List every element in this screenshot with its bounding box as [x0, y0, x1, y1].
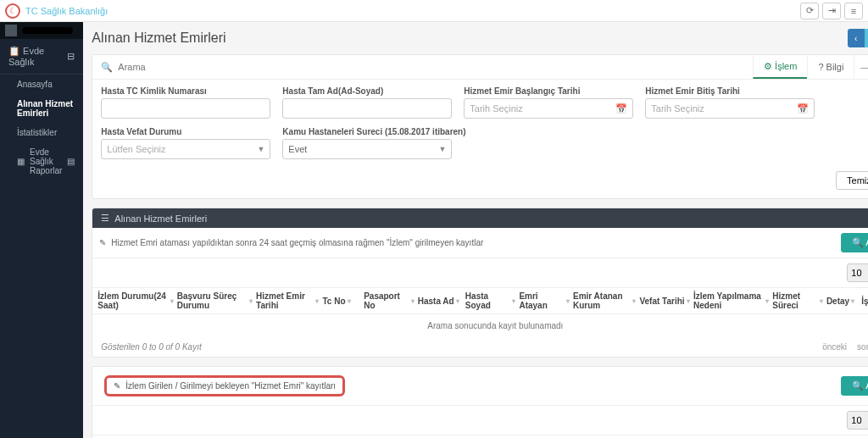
sidebar-header-label: Evde Sağlık [8, 46, 44, 67]
grid2-ara-button[interactable]: 🔍 Ara [841, 376, 868, 396]
grid1-next[interactable]: sonraki [852, 341, 868, 353]
chevron-down-icon: ▼ [257, 145, 264, 153]
sidebar-collapse-icon[interactable]: ⊟ [67, 51, 75, 62]
topbar: ☾ TC Sağlık Bakanlığı ⟳ ⇥ ≡ [0, 0, 868, 22]
grid1-pagesize[interactable]: 10 [847, 263, 868, 282]
grid2-thead: İzlem Girilmesi İçin Kalan Süre▾ Başvuru… [92, 435, 868, 438]
grid2-pagesize[interactable]: 10 [847, 411, 868, 430]
sidebar-item-raporlar-label: Evde Sağlık Raporlar [30, 147, 62, 175]
input-ad[interactable] [282, 98, 452, 119]
badge-icon: ▤ [67, 157, 75, 166]
calendar-icon: 📅 [615, 103, 627, 114]
input-bitis[interactable]: Tarih Seçiniz 📅 [645, 98, 815, 119]
filter-panel: 🔍 ⚙ İşlem ? Bilgi — ⤢ Hasta TC Kimlik Nu… [92, 54, 868, 199]
sidebar-item-anasayfa[interactable]: Anasayfa [0, 75, 83, 94]
search-icon: 🔍 [101, 62, 113, 73]
grid2-note-highlight: ✎ İzlem Girilen / Girilmeyi bekleyen "Hi… [104, 375, 345, 396]
grid1-thead: İzlem Durumu(24 Saat)▾ Başvuru Süreç Dur… [92, 287, 868, 314]
logo-area: ☾ TC Sağlık Bakanlığı [5, 3, 108, 19]
page-title: Alınan Hizmet Emirleri [92, 30, 225, 46]
baslangic-placeholder: Tarih Seçiniz [470, 103, 522, 114]
grid1-note: Hizmet Emri ataması yapıldıktan sonra 24… [111, 238, 483, 247]
vefat-value: Lütfen Seçiniz [107, 144, 165, 154]
select-kamu[interactable]: Evet ▼ [282, 139, 452, 159]
grid1-footer: Gösterilen 0 to 0 of 0 Kayıt [101, 342, 201, 352]
logo-icon: ☾ [5, 3, 20, 19]
grid2-panel: ✎ İzlem Girilen / Girilmeyi bekleyen "Hi… [92, 366, 868, 438]
label-ad: Hasta Tam Ad(Ad-Soyad) [282, 86, 452, 96]
caret-left-icon: ‹ [848, 29, 865, 47]
user-box [0, 22, 83, 39]
label-kamu: Kamu Hastaneleri Sureci (15.08.2017 itib… [282, 127, 465, 136]
edit-icon: ✎ [114, 381, 120, 391]
menu-button[interactable]: ≡ [844, 3, 863, 19]
sidebar-item-alinan-hizmet-emirleri[interactable]: Alınan Hizmet Emirleri [0, 94, 83, 123]
sidebar: 📋 Evde Sağlık ⊟ Anasayfa Alınan Hizmet E… [0, 22, 83, 438]
main: Alınan Hizmet Emirleri ‹ Geri 🔍 ⚙ İşlem … [83, 22, 868, 438]
chevron-down-icon: ▼ [438, 145, 446, 153]
logout-button[interactable]: ⇥ [822, 3, 841, 19]
grid1-ara-button[interactable]: 🔍 Ara [841, 233, 868, 252]
edit-icon: ✎ [99, 238, 106, 247]
search-input[interactable] [118, 62, 744, 72]
app-name: TC Sağlık Bakanlığı [25, 6, 108, 16]
tab-bilgi[interactable]: ? Bilgi [807, 57, 854, 77]
select-vefat[interactable]: Lütfen Seçiniz ▼ [101, 139, 270, 159]
input-tc[interactable] [101, 98, 270, 119]
calendar-icon: 📅 [797, 103, 809, 114]
input-baslangic[interactable]: Tarih Seçiniz 📅 [464, 98, 633, 119]
list-icon: ☰ [101, 213, 109, 224]
grid1-prev[interactable]: önceki [817, 341, 852, 353]
sidebar-item-istatistikler[interactable]: İstatistikler [0, 123, 83, 142]
bitis-placeholder: Tarih Seçiniz [651, 103, 704, 114]
grid2-note: İzlem Girilen / Girilmeyi bekleyen "Hizm… [125, 381, 336, 391]
back-button[interactable]: ‹ Geri [848, 29, 868, 47]
grid1-panel: ☰ Alınan Hizmet Emirleri ✎Hizmet Emri at… [92, 208, 868, 358]
back-label: Geri [865, 29, 868, 47]
label-baslangic: Hizmet Emir Başlangıç Tarihi [464, 86, 633, 96]
label-tc: Hasta TC Kimlik Numarası [101, 86, 270, 96]
temizle-button[interactable]: Temizle [836, 171, 868, 190]
grid1-title: Alınan Hizmet Emirleri [114, 213, 207, 224]
avatar [5, 25, 17, 36]
kamu-value: Evet [288, 144, 307, 154]
label-vefat: Hasta Vefat Durumu [101, 127, 270, 136]
username-redacted [22, 27, 73, 34]
grid1-empty: Arama sonucunda kayıt bulunamadı [92, 314, 868, 337]
sidebar-header[interactable]: 📋 Evde Sağlık ⊟ [0, 39, 83, 75]
sidebar-item-raporlar[interactable]: ▦ Evde Sağlık Raporlar ▤ [0, 142, 83, 180]
minimize-icon[interactable]: — [854, 55, 868, 79]
refresh-button[interactable]: ⟳ [800, 3, 819, 19]
label-bitis: Hizmet Emir Bitiş Tarihi [645, 86, 815, 96]
tab-islem[interactable]: ⚙ İşlem [753, 56, 807, 79]
grid1-header: ☰ Alınan Hizmet Emirleri [92, 208, 868, 228]
grid-icon: ▦ [17, 157, 25, 166]
